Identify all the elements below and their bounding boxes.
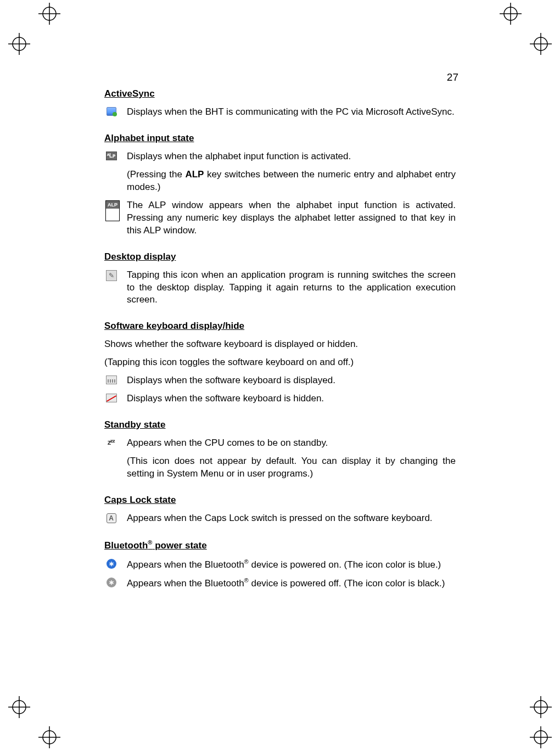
caps-lock-icon: A — [107, 513, 116, 523]
text: (Pressing the — [127, 169, 185, 180]
registered-mark: ® — [244, 558, 249, 565]
alp-window-icon: ALP — [105, 200, 120, 221]
crop-mark-icon — [38, 3, 60, 25]
text: Appears when the Bluetooth — [127, 559, 244, 569]
page-content: ActiveSync Displays when the BHT is comm… — [104, 85, 456, 596]
softkbd-hidden: Displays when the software keyboard is h… — [127, 393, 456, 405]
text: Appears when the Bluetooth — [127, 578, 244, 589]
alphabet-line1: Displays when the alphabet input functio… — [127, 150, 456, 163]
text: device is powered on. (The icon color is… — [249, 559, 441, 569]
alp-window-header: ALP — [106, 201, 119, 209]
crop-mark-icon — [8, 696, 30, 718]
softkbd-intro2: (Tapping this icon toggles the software … — [104, 356, 456, 369]
softkbd-shown: Displays when the software keyboard is d… — [127, 374, 456, 387]
alphabet-line3: The ALP window appears when the alphabet… — [127, 199, 456, 237]
heading-bluetooth: Bluetooth® power state — [104, 539, 456, 551]
crop-mark-icon — [530, 726, 552, 748]
bluetooth-off-desc: Appears when the Bluetooth® device is po… — [127, 576, 456, 590]
crop-mark-icon — [38, 726, 60, 748]
bluetooth-on-desc: Appears when the Bluetooth® device is po… — [127, 558, 456, 571]
heading-desktop: Desktop display — [104, 251, 456, 262]
alp-key-label: ALP — [185, 169, 204, 180]
bluetooth-off-icon: ∗ — [107, 578, 116, 587]
alp-indicator-icon: ᴬLᴘ — [106, 152, 117, 160]
crop-mark-icon — [530, 33, 552, 55]
activesync-icon — [107, 107, 116, 116]
crop-mark-icon — [500, 3, 522, 25]
heading-standby: Standby state — [104, 419, 456, 430]
activesync-desc: Displays when the BHT is communicating w… — [127, 106, 456, 119]
text: Bluetooth — [104, 540, 148, 551]
softkbd-intro1: Shows whether the software keyboard is d… — [104, 338, 456, 351]
crop-mark-icon — [8, 33, 30, 55]
registered-mark: ® — [244, 577, 249, 584]
heading-alphabet-input: Alphabet input state — [104, 133, 456, 144]
keyboard-shown-icon — [106, 375, 117, 384]
alphabet-line2: (Pressing the ALP key switches between t… — [127, 169, 456, 194]
desktop-desc: Tapping this icon when an application pr… — [127, 269, 456, 307]
heading-activesync: ActiveSync — [104, 88, 456, 99]
text: device is powered off. (The icon color i… — [249, 578, 445, 589]
standby-line2: (This icon does not appear by default. Y… — [127, 455, 456, 480]
standby-line1: Appears when the CPU comes to be on stan… — [127, 437, 456, 450]
keyboard-hidden-icon — [106, 394, 117, 402]
crop-mark-icon — [530, 696, 552, 718]
page-number: 27 — [447, 71, 458, 83]
text: power state — [152, 540, 206, 551]
heading-capslock: Caps Lock state — [104, 495, 456, 506]
capslock-desc: Appears when the Caps Lock switch is pre… — [127, 512, 456, 525]
desktop-icon: ✎ — [106, 270, 117, 281]
bluetooth-on-icon: ∗ — [107, 559, 116, 569]
standby-icon: zᶻᶻ — [108, 438, 115, 446]
heading-softkbd: Software keyboard display/hide — [104, 321, 456, 332]
